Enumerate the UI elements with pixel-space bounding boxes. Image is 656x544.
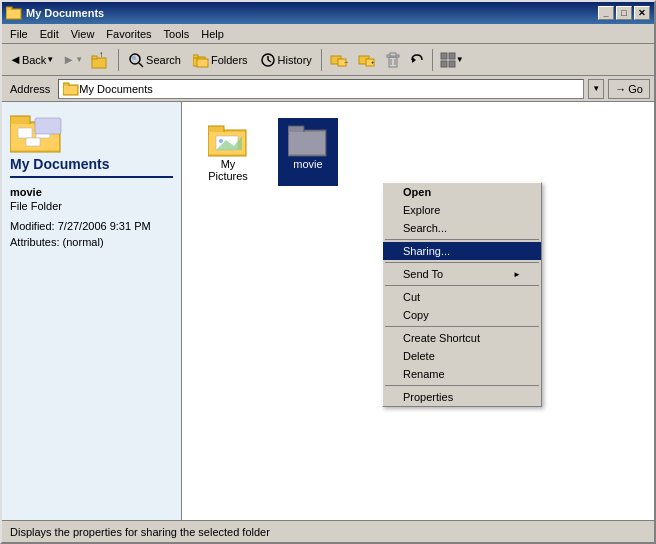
modified-label: Modified: — [10, 220, 55, 232]
history-button[interactable]: History — [255, 47, 317, 73]
delete-button[interactable] — [382, 47, 404, 73]
modified-info: Modified: 7/27/2006 9:31 PM — [10, 220, 173, 232]
search-button[interactable]: Search — [123, 47, 186, 73]
search-label: Search — [146, 54, 181, 66]
context-delete[interactable]: Delete — [383, 347, 541, 365]
back-label: Back — [22, 54, 46, 66]
menu-tools[interactable]: Tools — [158, 26, 196, 42]
main-content: My Documents movie File Folder Modified:… — [2, 102, 654, 520]
context-sep1 — [385, 239, 539, 240]
attributes-info: Attributes: (normal) — [10, 236, 173, 248]
status-text: Displays the properties for sharing the … — [10, 526, 270, 538]
menu-file[interactable]: File — [4, 26, 34, 42]
toolbar-sep3 — [432, 49, 433, 71]
menu-view[interactable]: View — [65, 26, 101, 42]
folder-large-icon — [10, 110, 62, 154]
context-explore[interactable]: Explore — [383, 201, 541, 219]
context-sendto[interactable]: Send To ► — [383, 265, 541, 283]
file-item-movie[interactable]: movie — [278, 118, 338, 186]
svg-text:→: → — [343, 59, 349, 65]
folders-button[interactable]: Folders — [188, 47, 253, 73]
svg-rect-30 — [449, 61, 455, 67]
minimize-button[interactable]: _ — [598, 6, 614, 20]
mypictures-folder-icon — [208, 122, 248, 158]
menu-help[interactable]: Help — [195, 26, 230, 42]
maximize-button[interactable]: □ — [616, 6, 632, 20]
svg-rect-21 — [389, 57, 397, 67]
back-arrow-icon: ◄ — [9, 52, 22, 67]
history-icon — [260, 52, 276, 68]
selected-file-type: File Folder — [10, 200, 173, 212]
forward-button[interactable]: ► ▼ — [59, 47, 86, 73]
svg-point-45 — [219, 139, 223, 143]
move-icon: → — [329, 50, 349, 70]
svg-rect-39 — [26, 138, 40, 146]
forward-arrow-icon: ► — [62, 52, 75, 67]
folders-icon — [193, 52, 209, 68]
file-item-mypictures[interactable]: My Pictures — [198, 118, 258, 186]
attributes-label: Attributes: — [10, 236, 60, 248]
context-sharing[interactable]: Sharing... — [383, 242, 541, 260]
context-open[interactable]: Open — [383, 183, 541, 201]
context-sep5 — [385, 385, 539, 386]
undo-button[interactable] — [406, 47, 428, 73]
menu-favorites[interactable]: Favorites — [100, 26, 157, 42]
address-label: Address — [6, 83, 54, 95]
context-sep4 — [385, 326, 539, 327]
copy-icon: + — [357, 50, 377, 70]
svg-line-7 — [139, 63, 143, 67]
svg-rect-29 — [441, 61, 447, 67]
go-label: Go — [628, 83, 643, 95]
address-folder-icon — [63, 81, 79, 97]
svg-rect-28 — [449, 53, 455, 59]
views-button[interactable]: ▼ — [437, 47, 467, 73]
context-cut[interactable]: Cut — [383, 288, 541, 306]
move-to-button[interactable]: → — [326, 47, 352, 73]
movie-label: movie — [293, 158, 322, 170]
context-sep2 — [385, 262, 539, 263]
context-menu: Open Explore Search... Sharing... Send T… — [382, 182, 542, 407]
context-search[interactable]: Search... — [383, 219, 541, 237]
back-dropdown-icon: ▼ — [46, 55, 54, 64]
title-bar-buttons: _ □ ✕ — [598, 6, 650, 20]
context-copy[interactable]: Copy — [383, 306, 541, 324]
toolbar: ◄ Back ▼ ► ▼ ↑ Search — [2, 44, 654, 76]
folders-label: Folders — [211, 54, 248, 66]
undo-icon — [409, 52, 425, 68]
context-properties[interactable]: Properties — [383, 388, 541, 406]
context-createshortcut[interactable]: Create Shortcut — [383, 329, 541, 347]
address-path: My Documents — [79, 83, 152, 95]
copy-to-button[interactable]: + — [354, 47, 380, 73]
go-button[interactable]: → Go — [608, 79, 650, 99]
svg-rect-2 — [7, 10, 20, 18]
title-icon — [6, 5, 22, 21]
delete-icon — [385, 52, 401, 68]
svg-point-8 — [132, 56, 136, 60]
forward-dropdown-icon: ▼ — [75, 55, 83, 64]
svg-rect-40 — [35, 118, 61, 134]
history-label: History — [278, 54, 312, 66]
file-grid: My Pictures movie — [198, 118, 638, 186]
views-icon — [440, 52, 456, 68]
svg-rect-27 — [441, 53, 447, 59]
right-panel[interactable]: My Pictures movie Open — [182, 102, 654, 520]
svg-line-14 — [268, 60, 271, 62]
up-folder-icon: ↑ — [91, 50, 111, 70]
svg-rect-10 — [193, 55, 198, 58]
left-panel: My Documents movie File Folder Modified:… — [2, 102, 182, 520]
close-button[interactable]: ✕ — [634, 6, 650, 20]
views-dropdown-icon: ▼ — [456, 55, 464, 64]
svg-rect-37 — [18, 128, 32, 138]
back-button[interactable]: ◄ Back ▼ — [6, 47, 57, 73]
menu-edit[interactable]: Edit — [34, 26, 65, 42]
context-rename[interactable]: Rename — [383, 365, 541, 383]
go-arrow-icon: → — [615, 83, 626, 95]
sendto-arrow-icon: ► — [513, 270, 521, 279]
attributes-value: (normal) — [63, 236, 104, 248]
svg-text:↑: ↑ — [99, 50, 103, 59]
address-input[interactable]: My Documents — [58, 79, 584, 99]
toolbar-sep1 — [118, 49, 119, 71]
menu-bar: File Edit View Favorites Tools Help — [2, 24, 654, 44]
address-dropdown-button[interactable]: ▼ — [588, 79, 604, 99]
up-button[interactable]: ↑ — [88, 47, 114, 73]
